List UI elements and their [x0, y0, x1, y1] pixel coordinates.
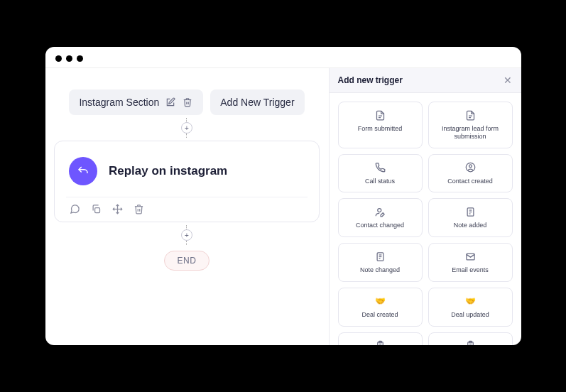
- trigger-card-form-submitted[interactable]: Form submitted: [338, 102, 423, 148]
- connector-add-button[interactable]: +: [181, 229, 192, 241]
- section-label: Instagram Section: [79, 97, 159, 108]
- trigger-label: Deal created: [361, 311, 398, 319]
- trigger-label: Form submitted: [358, 125, 403, 133]
- clipboard-icon: [374, 340, 386, 345]
- connector-bottom: +: [181, 222, 192, 248]
- note-icon: [464, 206, 476, 217]
- trigger-card-note-added[interactable]: Note added: [428, 198, 513, 237]
- form-icon: [464, 109, 476, 121]
- trigger-card-email-events[interactable]: Email events: [428, 243, 513, 282]
- connector-top: +: [181, 115, 192, 141]
- trigger-grid: Form submittedInstagram lead form submis…: [330, 93, 521, 345]
- copy-icon[interactable]: [90, 203, 102, 214]
- trigger-card-instagram-lead-form-submission[interactable]: Instagram lead form submission: [428, 102, 513, 148]
- form-icon: [374, 109, 386, 121]
- step-title: Replay on instagram: [109, 164, 227, 178]
- handshake-icon: 🤝: [464, 295, 476, 307]
- clipboard-icon: [464, 340, 476, 345]
- connector-add-button[interactable]: +: [181, 122, 192, 134]
- workflow-canvas: Instagram Section Add New Trigger +: [45, 68, 329, 345]
- edit-icon[interactable]: [165, 97, 176, 108]
- content-area: Instagram Section Add New Trigger +: [45, 68, 521, 345]
- window-control-dot[interactable]: [66, 55, 72, 62]
- side-panel-header: Add new trigger ✕: [330, 68, 521, 93]
- workflow-step-card[interactable]: Replay on instagram: [54, 141, 320, 222]
- trigger-card-task-updated[interactable]: Task updated: [428, 332, 513, 345]
- app-window: Instagram Section Add New Trigger +: [45, 47, 521, 345]
- trigger-card-deal-created[interactable]: 🤝Deal created: [338, 288, 423, 327]
- trigger-label: Contact changed: [356, 222, 404, 229]
- note-icon: [374, 251, 386, 262]
- svg-rect-0: [94, 207, 99, 212]
- user-circle-icon: [464, 162, 476, 173]
- comment-icon[interactable]: [69, 203, 80, 214]
- end-label: END: [178, 256, 197, 266]
- trash-icon[interactable]: [133, 203, 144, 214]
- trigger-label: Deal updated: [451, 311, 489, 319]
- trigger-card-contact-changed[interactable]: Contact changed: [338, 198, 423, 237]
- trigger-label: Contact created: [447, 178, 493, 185]
- side-panel-title: Add new trigger: [338, 75, 403, 85]
- mail-icon: [464, 251, 476, 262]
- add-new-trigger-chip[interactable]: Add New Trigger: [210, 89, 304, 115]
- section-chip[interactable]: Instagram Section: [69, 89, 203, 115]
- trigger-label: Instagram lead form submission: [433, 125, 508, 141]
- window-control-dot[interactable]: [77, 55, 83, 62]
- trigger-card-task-added[interactable]: Task added: [338, 332, 423, 345]
- window-titlebar: [45, 47, 521, 68]
- trigger-card-call-status[interactable]: Call status: [338, 154, 423, 193]
- step-toolbar: [66, 197, 308, 214]
- side-panel-triggers: Add new trigger ✕ Form submittedInstagra…: [329, 68, 521, 345]
- trigger-card-note-changed[interactable]: Note changed: [338, 243, 423, 282]
- trigger-card-deal-updated[interactable]: 🤝Deal updated: [428, 288, 513, 327]
- end-chip: END: [164, 251, 210, 271]
- close-icon[interactable]: ✕: [503, 75, 513, 85]
- svg-point-8: [469, 165, 472, 168]
- canvas-chip-row: Instagram Section Add New Trigger: [69, 89, 304, 115]
- move-icon[interactable]: [111, 203, 123, 214]
- trigger-label: Note changed: [360, 266, 400, 274]
- svg-point-9: [377, 208, 381, 212]
- step-card-main: Replay on instagram: [66, 154, 308, 197]
- trigger-label: Email events: [452, 266, 489, 274]
- add-trigger-label: Add New Trigger: [220, 97, 294, 108]
- window-control-dot[interactable]: [55, 55, 62, 62]
- trash-icon[interactable]: [182, 97, 193, 108]
- phone-icon: [374, 162, 386, 173]
- reply-icon: [69, 157, 97, 185]
- user-edit-icon: [374, 206, 386, 217]
- trigger-label: Note added: [454, 222, 487, 229]
- trigger-label: Call status: [365, 178, 395, 185]
- handshake-icon: 🤝: [374, 295, 386, 307]
- trigger-card-contact-created[interactable]: Contact created: [428, 154, 513, 193]
